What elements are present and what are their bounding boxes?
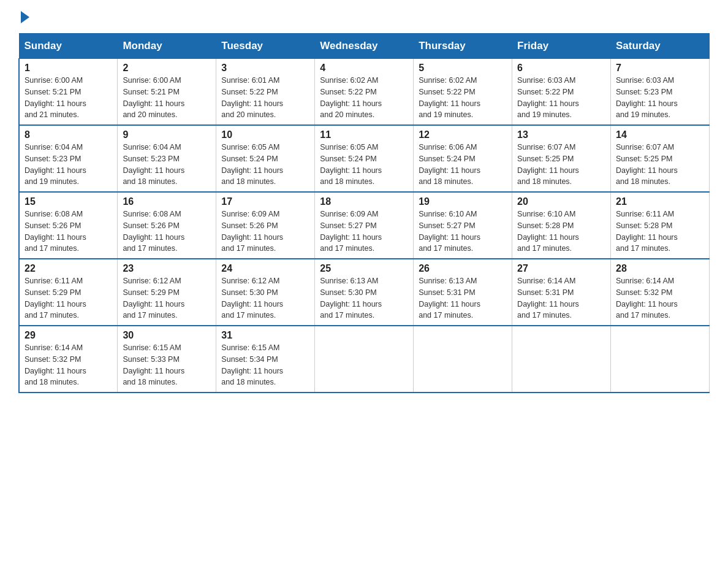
calendar-cell: 9Sunrise: 6:04 AMSunset: 5:23 PMDaylight… [118, 125, 216, 192]
day-info: Sunrise: 6:15 AMSunset: 5:33 PMDaylight:… [123, 342, 211, 388]
day-number: 22 [25, 263, 112, 274]
day-number: 19 [419, 196, 507, 207]
calendar-cell: 19Sunrise: 6:10 AMSunset: 5:27 PMDayligh… [414, 192, 512, 259]
day-info: Sunrise: 6:02 AMSunset: 5:22 PMDaylight:… [419, 75, 507, 121]
calendar-header-row: SundayMondayTuesdayWednesdayThursdayFrid… [19, 34, 710, 59]
day-info: Sunrise: 6:00 AMSunset: 5:21 PMDaylight:… [123, 75, 211, 121]
calendar-cell: 10Sunrise: 6:05 AMSunset: 5:24 PMDayligh… [216, 125, 315, 192]
day-number: 15 [25, 196, 112, 207]
calendar-cell: 26Sunrise: 6:13 AMSunset: 5:31 PMDayligh… [414, 259, 512, 326]
day-info: Sunrise: 6:14 AMSunset: 5:31 PMDaylight:… [517, 275, 605, 321]
day-number: 2 [123, 63, 211, 74]
day-info: Sunrise: 6:10 AMSunset: 5:27 PMDaylight:… [419, 209, 507, 255]
calendar-cell [512, 326, 611, 393]
calendar-cell: 27Sunrise: 6:14 AMSunset: 5:31 PMDayligh… [512, 259, 611, 326]
day-number: 12 [419, 129, 507, 140]
day-info: Sunrise: 6:09 AMSunset: 5:26 PMDaylight:… [221, 209, 309, 255]
page-header [18, 12, 710, 21]
day-info: Sunrise: 6:07 AMSunset: 5:25 PMDaylight:… [616, 142, 704, 188]
calendar-cell: 30Sunrise: 6:15 AMSunset: 5:33 PMDayligh… [118, 326, 216, 393]
calendar-cell: 12Sunrise: 6:06 AMSunset: 5:24 PMDayligh… [414, 125, 512, 192]
calendar-cell: 4Sunrise: 6:02 AMSunset: 5:22 PMDaylight… [315, 59, 414, 126]
day-info: Sunrise: 6:09 AMSunset: 5:27 PMDaylight:… [320, 209, 408, 255]
logo [18, 12, 29, 21]
calendar-cell [315, 326, 414, 393]
calendar-table: SundayMondayTuesdayWednesdayThursdayFrid… [18, 33, 710, 393]
logo-arrow-icon [21, 11, 29, 23]
day-info: Sunrise: 6:03 AMSunset: 5:23 PMDaylight:… [616, 75, 704, 121]
day-number: 30 [123, 330, 211, 341]
header-friday: Friday [512, 34, 611, 59]
day-number: 16 [123, 196, 211, 207]
day-info: Sunrise: 6:13 AMSunset: 5:30 PMDaylight:… [320, 275, 408, 321]
calendar-cell: 16Sunrise: 6:08 AMSunset: 5:26 PMDayligh… [118, 192, 216, 259]
day-number: 5 [419, 63, 507, 74]
day-number: 29 [25, 330, 112, 341]
day-number: 21 [616, 196, 704, 207]
calendar-cell: 15Sunrise: 6:08 AMSunset: 5:26 PMDayligh… [19, 192, 118, 259]
day-number: 3 [221, 63, 309, 74]
calendar-cell: 7Sunrise: 6:03 AMSunset: 5:23 PMDaylight… [611, 59, 710, 126]
day-number: 8 [25, 129, 112, 140]
day-info: Sunrise: 6:04 AMSunset: 5:23 PMDaylight:… [123, 142, 211, 188]
day-number: 13 [517, 129, 605, 140]
calendar-cell: 20Sunrise: 6:10 AMSunset: 5:28 PMDayligh… [512, 192, 611, 259]
day-number: 25 [320, 263, 408, 274]
day-number: 9 [123, 129, 211, 140]
day-number: 4 [320, 63, 408, 74]
day-info: Sunrise: 6:06 AMSunset: 5:24 PMDaylight:… [419, 142, 507, 188]
day-info: Sunrise: 6:11 AMSunset: 5:29 PMDaylight:… [25, 275, 112, 321]
day-number: 26 [419, 263, 507, 274]
day-info: Sunrise: 6:11 AMSunset: 5:28 PMDaylight:… [616, 209, 704, 255]
calendar-cell [414, 326, 512, 393]
calendar-cell: 3Sunrise: 6:01 AMSunset: 5:22 PMDaylight… [216, 59, 315, 126]
calendar-week-row: 22Sunrise: 6:11 AMSunset: 5:29 PMDayligh… [19, 259, 710, 326]
day-info: Sunrise: 6:15 AMSunset: 5:34 PMDaylight:… [221, 342, 309, 388]
day-info: Sunrise: 6:01 AMSunset: 5:22 PMDaylight:… [221, 75, 309, 121]
calendar-cell: 18Sunrise: 6:09 AMSunset: 5:27 PMDayligh… [315, 192, 414, 259]
day-number: 7 [616, 63, 704, 74]
day-info: Sunrise: 6:12 AMSunset: 5:29 PMDaylight:… [123, 275, 211, 321]
calendar-cell: 21Sunrise: 6:11 AMSunset: 5:28 PMDayligh… [611, 192, 710, 259]
day-info: Sunrise: 6:14 AMSunset: 5:32 PMDaylight:… [25, 342, 112, 388]
calendar-cell: 13Sunrise: 6:07 AMSunset: 5:25 PMDayligh… [512, 125, 611, 192]
day-number: 23 [123, 263, 211, 274]
calendar-cell: 5Sunrise: 6:02 AMSunset: 5:22 PMDaylight… [414, 59, 512, 126]
calendar-week-row: 1Sunrise: 6:00 AMSunset: 5:21 PMDaylight… [19, 59, 710, 126]
calendar-cell: 8Sunrise: 6:04 AMSunset: 5:23 PMDaylight… [19, 125, 118, 192]
calendar-cell: 14Sunrise: 6:07 AMSunset: 5:25 PMDayligh… [611, 125, 710, 192]
day-number: 28 [616, 263, 704, 274]
day-number: 18 [320, 196, 408, 207]
day-info: Sunrise: 6:14 AMSunset: 5:32 PMDaylight:… [616, 275, 704, 321]
calendar-cell: 31Sunrise: 6:15 AMSunset: 5:34 PMDayligh… [216, 326, 315, 393]
calendar-cell: 11Sunrise: 6:05 AMSunset: 5:24 PMDayligh… [315, 125, 414, 192]
header-saturday: Saturday [611, 34, 710, 59]
calendar-cell: 1Sunrise: 6:00 AMSunset: 5:21 PMDaylight… [19, 59, 118, 126]
calendar-cell: 6Sunrise: 6:03 AMSunset: 5:22 PMDaylight… [512, 59, 611, 126]
day-info: Sunrise: 6:08 AMSunset: 5:26 PMDaylight:… [25, 209, 112, 255]
day-number: 14 [616, 129, 704, 140]
calendar-cell: 2Sunrise: 6:00 AMSunset: 5:21 PMDaylight… [118, 59, 216, 126]
header-thursday: Thursday [414, 34, 512, 59]
day-number: 24 [221, 263, 309, 274]
day-number: 11 [320, 129, 408, 140]
day-info: Sunrise: 6:10 AMSunset: 5:28 PMDaylight:… [517, 209, 605, 255]
day-number: 17 [221, 196, 309, 207]
calendar-cell: 17Sunrise: 6:09 AMSunset: 5:26 PMDayligh… [216, 192, 315, 259]
day-info: Sunrise: 6:07 AMSunset: 5:25 PMDaylight:… [517, 142, 605, 188]
calendar-week-row: 8Sunrise: 6:04 AMSunset: 5:23 PMDaylight… [19, 125, 710, 192]
calendar-cell [611, 326, 710, 393]
day-info: Sunrise: 6:08 AMSunset: 5:26 PMDaylight:… [123, 209, 211, 255]
day-info: Sunrise: 6:12 AMSunset: 5:30 PMDaylight:… [221, 275, 309, 321]
day-number: 6 [517, 63, 605, 74]
calendar-week-row: 15Sunrise: 6:08 AMSunset: 5:26 PMDayligh… [19, 192, 710, 259]
day-info: Sunrise: 6:13 AMSunset: 5:31 PMDaylight:… [419, 275, 507, 321]
day-info: Sunrise: 6:05 AMSunset: 5:24 PMDaylight:… [320, 142, 408, 188]
day-number: 20 [517, 196, 605, 207]
header-wednesday: Wednesday [315, 34, 414, 59]
calendar-cell: 28Sunrise: 6:14 AMSunset: 5:32 PMDayligh… [611, 259, 710, 326]
calendar-cell: 22Sunrise: 6:11 AMSunset: 5:29 PMDayligh… [19, 259, 118, 326]
header-sunday: Sunday [19, 34, 118, 59]
day-info: Sunrise: 6:05 AMSunset: 5:24 PMDaylight:… [221, 142, 309, 188]
day-info: Sunrise: 6:03 AMSunset: 5:22 PMDaylight:… [517, 75, 605, 121]
